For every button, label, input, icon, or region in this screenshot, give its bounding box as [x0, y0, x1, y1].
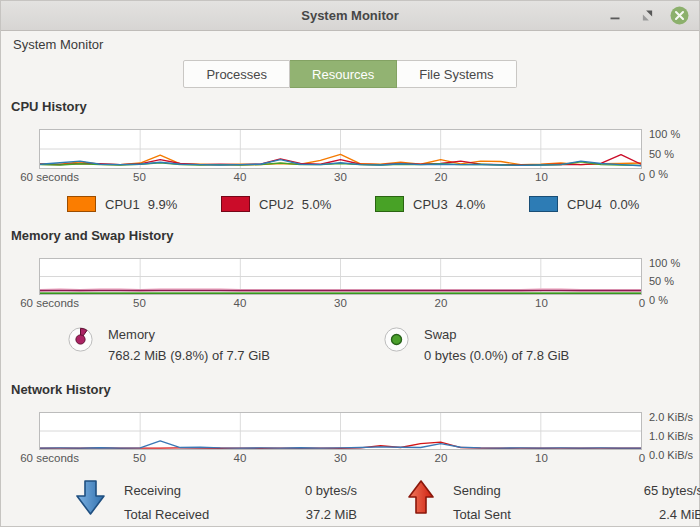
- cpu-y-axis: 100 %50 %0 %: [642, 129, 699, 169]
- memory-y-axis-label: 100 %: [649, 256, 680, 268]
- memory-history-title: Memory and Swap History: [11, 228, 699, 243]
- total-received-value: 37.2 MiB: [269, 507, 357, 522]
- upload-arrow-icon: [407, 479, 435, 515]
- receiving-group: Receiving 0 bytes/s Total Received 37.2 …: [75, 478, 337, 522]
- network-x-axis: 60 seconds50403020100: [39, 452, 642, 467]
- memory-axis-tick: 10: [535, 297, 548, 309]
- memory-x-axis: 60 seconds50403020100: [39, 297, 642, 312]
- network-axis-tick: 60 seconds: [20, 452, 79, 464]
- download-arrow-icon: [75, 479, 106, 517]
- cpu1-color-swatch: [67, 196, 96, 212]
- titlebar[interactable]: System Monitor: [1, 1, 699, 31]
- memory-axis-tick: 60 seconds: [20, 297, 79, 309]
- network-y-axis: 2.0 KiB/s1.0 KiB/s0.0 KiB/s: [642, 412, 699, 450]
- cpu-axis-tick: 0: [639, 171, 645, 183]
- cpu3-legend-item[interactable]: CPU34.0%: [375, 196, 529, 212]
- memory-history-chart: [39, 258, 642, 295]
- cpu1-legend-label: CPU19.9%: [105, 197, 177, 212]
- cpu3-legend-label: CPU34.0%: [413, 197, 485, 212]
- memory-pie-icon: [67, 326, 94, 353]
- total-received-label: Total Received: [124, 507, 269, 522]
- network-axis-tick: 40: [234, 452, 247, 464]
- close-button[interactable]: [667, 4, 691, 28]
- sending-group: Sending 65 bytes/s Total Sent 2.4 MiB: [407, 478, 700, 522]
- memory-label: Memory: [108, 324, 270, 345]
- swap-pie-icon: [383, 326, 410, 353]
- cpu-legend: CPU19.9% CPU25.0% CPU34.0% CPU40.0%: [67, 196, 699, 212]
- cpu-axis-tick: 50: [133, 171, 146, 183]
- memory-value: 768.2 MiB (9.8%) of 7.7 GiB: [108, 345, 270, 366]
- sending-value: 65 bytes/s: [601, 483, 700, 498]
- system-monitor-window: System Monitor System Monitor P: [0, 0, 700, 527]
- sending-label: Sending: [453, 483, 601, 498]
- cpu4-legend-item[interactable]: CPU40.0%: [529, 196, 683, 212]
- network-y-axis-label: 2.0 KiB/s: [649, 410, 693, 422]
- cpu2-legend-item[interactable]: CPU25.0%: [221, 196, 375, 212]
- tab-bar: Processes Resources File Systems: [1, 60, 699, 88]
- cpu-chart-row: 100 %50 %0 %: [1, 129, 699, 169]
- cpu2-legend-label: CPU25.0%: [259, 197, 331, 212]
- memory-axis-tick: 30: [334, 297, 347, 309]
- memory-y-axis-label: 50 %: [649, 275, 674, 287]
- cpu-history-title: CPU History: [11, 99, 699, 114]
- cpu-y-axis-label: 50 %: [649, 148, 674, 160]
- memory-axis-tick: 0: [639, 297, 645, 309]
- network-axis-tick: 0: [639, 452, 645, 464]
- cpu-history-chart: [39, 129, 642, 169]
- memory-axis-tick: 40: [234, 297, 247, 309]
- unmaximize-button[interactable]: [635, 4, 659, 28]
- cpu4-legend-label: CPU40.0%: [567, 197, 639, 212]
- memory-chart-row: 100 %50 %0 %: [1, 258, 699, 295]
- cpu-axis-tick: 20: [435, 171, 448, 183]
- cpu4-color-swatch: [529, 196, 558, 212]
- cpu-axis-tick: 40: [234, 171, 247, 183]
- cpu-axis-tick: 60 seconds: [20, 171, 79, 183]
- swap-value: 0 bytes (0.0%) of 7.8 GiB: [424, 345, 569, 366]
- network-history-title: Network History: [11, 382, 699, 397]
- cpu-axis-tick: 30: [334, 171, 347, 183]
- tab-processes[interactable]: Processes: [183, 60, 290, 88]
- total-sent-value: 2.4 MiB: [601, 507, 700, 522]
- swap-label: Swap: [424, 324, 569, 345]
- menubar: System Monitor: [1, 31, 699, 57]
- cpu1-legend-item[interactable]: CPU19.9%: [67, 196, 221, 212]
- menu-system-monitor[interactable]: System Monitor: [9, 35, 107, 54]
- memory-y-axis-label: 0 %: [649, 293, 668, 305]
- cpu-y-axis-label: 100 %: [649, 128, 680, 140]
- network-axis-tick: 20: [435, 452, 448, 464]
- network-y-axis-label: 1.0 KiB/s: [649, 429, 693, 441]
- window-title: System Monitor: [1, 8, 699, 23]
- resources-view: CPU History 100 %50 %0 % 60 seconds50403…: [1, 88, 699, 526]
- network-axis-tick: 50: [133, 452, 146, 464]
- network-y-axis-label: 0.0 KiB/s: [649, 448, 693, 460]
- network-chart-row: 2.0 KiB/s1.0 KiB/s0.0 KiB/s: [1, 412, 699, 450]
- network-axis-tick: 30: [334, 452, 347, 464]
- network-axis-tick: 10: [535, 452, 548, 464]
- memory-y-axis: 100 %50 %0 %: [642, 258, 699, 295]
- tab-file-systems[interactable]: File Systems: [397, 60, 516, 88]
- receiving-label: Receiving: [124, 483, 269, 498]
- total-sent-label: Total Sent: [453, 507, 601, 522]
- minimize-icon: [609, 10, 621, 22]
- unmaximize-icon: [641, 9, 654, 22]
- tab-resources[interactable]: Resources: [290, 60, 397, 88]
- close-icon: [670, 6, 689, 25]
- memory-swap-stats: Memory 768.2 MiB (9.8%) of 7.7 GiB Swap …: [67, 324, 699, 366]
- receiving-value: 0 bytes/s: [269, 483, 357, 498]
- memory-stat: Memory 768.2 MiB (9.8%) of 7.7 GiB: [67, 324, 383, 366]
- swap-stat: Swap 0 bytes (0.0%) of 7.8 GiB: [383, 324, 699, 366]
- memory-axis-tick: 20: [435, 297, 448, 309]
- cpu3-color-swatch: [375, 196, 404, 212]
- cpu-y-axis-label: 0 %: [649, 168, 668, 180]
- network-stats: Receiving 0 bytes/s Total Received 37.2 …: [75, 478, 699, 522]
- network-history-chart: [39, 412, 642, 450]
- minimize-button[interactable]: [603, 4, 627, 28]
- window-controls: [603, 4, 699, 28]
- cpu-axis-tick: 10: [535, 171, 548, 183]
- memory-axis-tick: 50: [133, 297, 146, 309]
- cpu-x-axis: 60 seconds50403020100: [39, 171, 642, 186]
- cpu2-color-swatch: [221, 196, 250, 212]
